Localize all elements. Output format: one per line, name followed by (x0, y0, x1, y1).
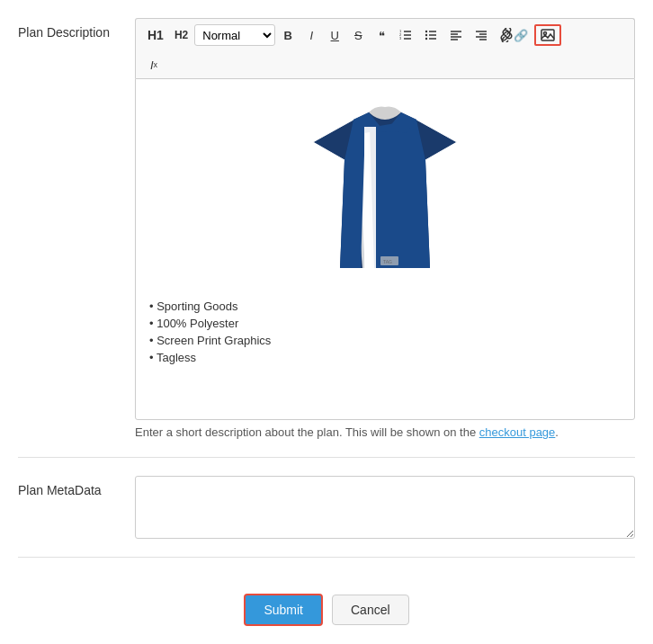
link-button[interactable]: 🔗 (495, 24, 532, 46)
svg-point-7 (425, 34, 427, 36)
clear-format-button[interactable]: Ix (143, 54, 165, 76)
submit-button[interactable]: Submit (244, 594, 323, 626)
plan-description-row: Plan Description H1 H2 Normal Heading 1 … (18, 18, 635, 458)
svg-text:TAG: TAG (383, 259, 392, 264)
ordered-list-button[interactable]: 1 2 3 (394, 24, 417, 46)
h2-button[interactable]: H2 (170, 24, 192, 46)
italic-button[interactable]: I (300, 24, 322, 46)
hint-text-before: Enter a short description about the plan… (135, 425, 479, 439)
align-right-button[interactable] (470, 24, 493, 46)
buttons-row: Submit Cancel (18, 585, 635, 626)
tshirt-image-container: TAG (149, 93, 621, 284)
ordered-list-icon: 1 2 3 (398, 28, 413, 42)
link-icon (499, 28, 514, 42)
svg-point-8 (425, 38, 427, 40)
tshirt-svg: TAG (304, 93, 466, 282)
list-item: Sporting Goods (149, 298, 621, 315)
list-item: Screen Print Graphics (149, 332, 621, 349)
editor-toolbar-row2: Ix (135, 51, 635, 78)
checkout-link[interactable]: checkout page (479, 425, 556, 439)
bullet-list: Sporting Goods 100% Polyester Screen Pri… (149, 298, 621, 366)
plan-description-label: Plan Description (18, 18, 135, 40)
list-item: Tagless (149, 349, 621, 366)
svg-point-6 (425, 31, 427, 32)
svg-rect-20 (541, 30, 554, 40)
plan-metadata-label: Plan MetaData (18, 476, 135, 497)
svg-text:3: 3 (399, 36, 402, 40)
list-item: 100% Polyester (149, 315, 621, 332)
image-icon (541, 28, 555, 42)
image-button[interactable] (534, 24, 561, 46)
unordered-list-button[interactable] (419, 24, 443, 46)
align-left-button[interactable] (444, 24, 468, 46)
hint-text: Enter a short description about the plan… (135, 425, 635, 439)
align-left-icon (449, 28, 463, 42)
hint-text-after: . (555, 425, 559, 439)
editor-content[interactable]: TAG Sporting Goods 100% Polyester Screen… (135, 78, 635, 420)
style-select[interactable]: Normal Heading 1 Heading 2 Heading 3 (194, 24, 275, 46)
quote-button[interactable]: ❝ (371, 24, 392, 46)
editor-toolbar: H1 H2 Normal Heading 1 Heading 2 Heading… (135, 18, 635, 51)
svg-rect-22 (364, 127, 376, 268)
plan-metadata-row: Plan MetaData (18, 476, 635, 558)
align-right-icon (474, 28, 488, 42)
h1-button[interactable]: H1 (143, 24, 168, 46)
plan-description-field: H1 H2 Normal Heading 1 Heading 2 Heading… (135, 18, 635, 439)
bold-button[interactable]: B (277, 24, 299, 46)
unordered-list-icon (424, 28, 438, 42)
plan-metadata-input[interactable] (135, 476, 635, 539)
cancel-button[interactable]: Cancel (332, 595, 409, 625)
strikethrough-button[interactable]: S (347, 24, 369, 46)
underline-button[interactable]: U (324, 24, 345, 46)
